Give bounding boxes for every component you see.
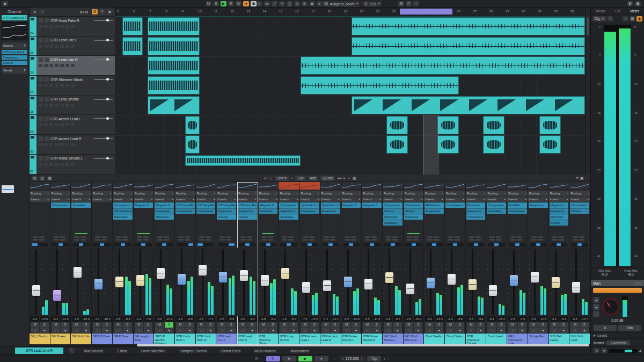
mini-button[interactable]	[510, 239, 516, 241]
monitor-button[interactable]: ◂	[102, 328, 111, 334]
fader-section[interactable]	[299, 248, 320, 316]
insert-slot[interactable]: StudioEQ	[279, 214, 298, 220]
suspend-button[interactable]: Sus	[295, 176, 305, 181]
pan-control[interactable]	[134, 242, 154, 248]
channel-eq-curve[interactable]	[486, 182, 507, 190]
audio-clip[interactable]	[352, 17, 585, 35]
insert-slot[interactable]: REVelation	[425, 202, 444, 208]
track-mini-button[interactable]	[39, 123, 42, 126]
mute-button[interactable]: M	[446, 322, 455, 328]
monitor-button[interactable]: ◂	[310, 328, 318, 334]
fader-cap[interactable]	[157, 268, 165, 279]
routing-rack-header[interactable]: Routing◦	[549, 191, 569, 196]
insert-slot[interactable]: Chorus	[570, 208, 589, 214]
mini-button[interactable]	[60, 236, 65, 238]
mixer-channel[interactable]: Routing◦Inserts▪DistortionFrequencyCompr…	[466, 182, 487, 344]
mute-button[interactable]: M	[529, 322, 538, 328]
fader-section[interactable]	[466, 248, 486, 316]
channel-eq-curve[interactable]	[216, 182, 237, 190]
mini-button[interactable]	[324, 239, 329, 241]
lower-zone-tab[interactable]: MixConsole	[84, 349, 104, 353]
inserts-rack-header[interactable]: Inserts▪	[216, 197, 237, 202]
monitor-button[interactable]: ◂	[247, 328, 256, 334]
split-tool-icon[interactable]: ╱	[272, 1, 277, 6]
channel-name-label[interactable]: GTR Hook Palm L	[175, 334, 195, 344]
insert-slot[interactable]: Maximizer	[550, 214, 569, 220]
cycle-button[interactable]: ↻	[266, 356, 280, 361]
insert-slot[interactable]: Quadrafuzz v2	[300, 202, 319, 208]
channel-name-label[interactable]: Choir Swells	[424, 334, 444, 344]
pan-thumb[interactable]	[229, 243, 235, 246]
inspector-track-name[interactable]: GTR Lead Line R	[2, 15, 27, 20]
fader-section[interactable]	[528, 248, 548, 316]
pan-thumb[interactable]	[577, 243, 582, 246]
monitor-button[interactable]: ◂	[352, 328, 360, 334]
add-track-button[interactable]: ●	[32, 9, 38, 15]
mini-button[interactable]	[39, 239, 45, 241]
mute-button[interactable]: M	[259, 322, 268, 328]
mini-button[interactable]	[573, 236, 578, 238]
track-volume-slider[interactable]	[94, 99, 113, 100]
fader-section[interactable]	[216, 248, 237, 316]
mute-button[interactable]: M	[508, 322, 517, 328]
channel-eq-curve[interactable]	[445, 182, 465, 190]
audio-clip[interactable]	[539, 135, 561, 154]
routing-rack-header[interactable]: Routing◦	[362, 191, 382, 196]
track-row[interactable]: 26GTR Lead Line R	[30, 56, 115, 76]
solo-button[interactable]: S	[352, 322, 360, 328]
metronome-icon[interactable]: ♩	[334, 357, 338, 360]
channel-eq-curve[interactable]	[258, 182, 279, 190]
inserts-rack-header[interactable]: Inserts▪	[549, 197, 569, 202]
fader-cap[interactable]	[302, 282, 310, 293]
fader-section[interactable]	[320, 248, 341, 316]
channel-name-label[interactable]: GTR Shimmer Shots	[258, 334, 279, 344]
mute-button[interactable]: M	[280, 322, 288, 328]
mini-button[interactable]	[80, 236, 86, 238]
lower-zone-tab[interactable]: Editor	[118, 349, 127, 353]
mute-button[interactable]: M	[114, 322, 122, 328]
lower-zone-tab[interactable]: Modulators	[290, 349, 309, 353]
record-arm-button[interactable]: ●	[363, 328, 371, 334]
fader-section[interactable]	[279, 248, 299, 316]
meter-scale-dropdown[interactable]: Dig. ▾	[592, 16, 606, 21]
mixer-channel[interactable]: Routing◦Inserts▪CompressorMX Bass AmpMax…	[113, 182, 134, 344]
audio-clip[interactable]	[483, 116, 504, 134]
channel-name-label[interactable]: GTR Lead Line R	[237, 334, 258, 344]
track-row[interactable]: 28GTR Long Strums	[30, 96, 115, 115]
pan-thumb[interactable]	[412, 243, 416, 246]
track-mini-button[interactable]	[60, 104, 64, 107]
insert-slot[interactable]: Compressor	[445, 202, 465, 208]
reference-button[interactable]: ◦	[593, 311, 599, 317]
mini-button[interactable]	[143, 236, 149, 238]
mute-all-button[interactable]: M	[206, 1, 211, 6]
mini-button[interactable]	[345, 239, 350, 241]
mini-button[interactable]	[33, 236, 38, 238]
channel-name-label[interactable]: GTR Accent Lead L	[299, 334, 320, 344]
track-solo-button[interactable]	[45, 97, 49, 102]
fader-section[interactable]	[196, 248, 216, 316]
insert-slot[interactable]: Quadrafuzz v2	[321, 202, 340, 208]
stepper-icon[interactable]: ↕	[361, 356, 363, 361]
mini-button[interactable]	[80, 239, 86, 241]
pan-control[interactable]	[569, 242, 590, 248]
track-volume-slider[interactable]	[94, 138, 113, 139]
volume-slider-handle[interactable]	[106, 78, 109, 81]
scrollbar-thumb[interactable]	[587, 17, 589, 35]
fader-cap[interactable]	[510, 275, 518, 286]
insert-slot[interactable]: Frequency	[425, 208, 444, 214]
solo-button[interactable]: S	[247, 322, 256, 328]
audio-clip[interactable]	[386, 116, 408, 134]
track-mini-button[interactable]	[60, 163, 64, 166]
grid-toggle-icon[interactable]: ◫	[406, 1, 412, 6]
selected-channel-label[interactable]: GTR Lead Line R	[15, 347, 63, 354]
chevron-up-icon[interactable]: ▴	[639, 348, 641, 353]
track-mini-button[interactable]	[55, 45, 58, 48]
fader-cap[interactable]	[489, 285, 497, 296]
track-solo-button[interactable]	[45, 77, 49, 82]
track-mini-button[interactable]	[65, 104, 69, 107]
insert-slot[interactable]: Compressor	[51, 202, 70, 208]
pan-thumb[interactable]	[391, 243, 395, 246]
audio-clip[interactable]	[483, 135, 504, 154]
pan-thumb[interactable]	[328, 243, 333, 246]
fader-section[interactable]	[50, 248, 71, 316]
